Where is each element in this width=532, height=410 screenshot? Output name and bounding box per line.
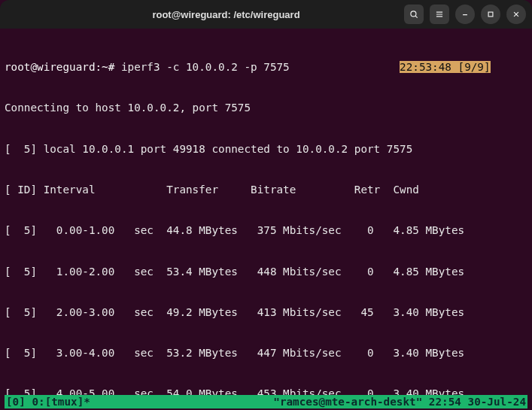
- menu-button[interactable]: [430, 5, 449, 24]
- maximize-icon: [485, 9, 496, 20]
- svg-rect-6: [488, 12, 493, 17]
- search-button[interactable]: [404, 5, 424, 24]
- titlebar: root@wireguard: /etc/wireguard: [0, 0, 532, 29]
- pane1-header: [ ID] Interval Transfer Bitrate Retr Cwn…: [5, 183, 527, 196]
- tmux-statusbar: [0] 0:[tmux]* "ramces@mte-arch-deskt" 22…: [5, 395, 527, 408]
- svg-point-0: [411, 11, 416, 17]
- table-row: [ 5] 1.00-2.00 sec 53.4 MBytes 448 Mbits…: [5, 265, 527, 278]
- minimize-button[interactable]: [455, 5, 475, 24]
- status-left: [0] 0:[tmux]*: [6, 395, 90, 408]
- pane1-local: [ 5] local 10.0.0.1 port 49918 connected…: [5, 142, 527, 156]
- status-time: 22:54 30-Jul-24: [422, 395, 526, 408]
- search-icon: [409, 9, 419, 20]
- table-row: [ 5] 3.00-4.00 sec 53.2 MBytes 447 Mbits…: [5, 346, 527, 360]
- pane1-prompt-line: root@wireguard:~# iperf3 -c 10.0.0.2 -p …: [5, 60, 527, 74]
- pane1-clock: 22:53:48 [9/9]: [400, 61, 491, 73]
- maximize-button[interactable]: [481, 5, 500, 24]
- close-icon: [511, 9, 521, 20]
- table-row: [ 5] 2.00-3.00 sec 49.2 MBytes 413 Mbits…: [5, 305, 527, 319]
- minimize-icon: [460, 9, 470, 20]
- hamburger-icon: [434, 9, 445, 20]
- table-row: [ 5] 0.00-1.00 sec 44.8 MBytes 375 Mbits…: [5, 223, 527, 237]
- terminal-area[interactable]: root@wireguard:~# iperf3 -c 10.0.0.2 -p …: [0, 29, 532, 410]
- svg-line-1: [415, 16, 418, 18]
- status-session: "ramces@mte-arch-deskt": [273, 395, 422, 408]
- close-button[interactable]: [506, 5, 526, 24]
- pane1-connecting: Connecting to host 10.0.0.2, port 7575: [5, 101, 527, 114]
- window-title: root@wireguard: /etc/wireguard: [54, 9, 398, 20]
